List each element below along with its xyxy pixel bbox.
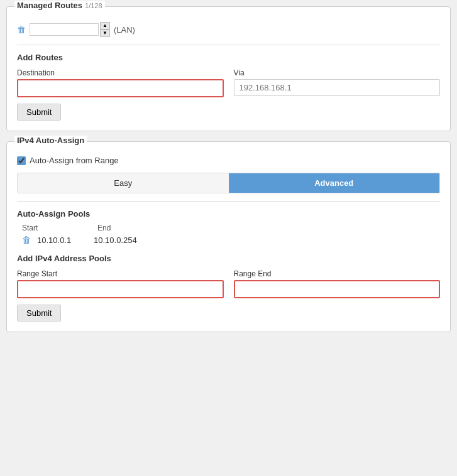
add-routes-submit-button[interactable]: Submit	[17, 104, 61, 121]
pool-table: Start End 🗑 10.10.0.1 10.10.0.254	[22, 224, 440, 245]
destination-input[interactable]: 10.10.0.0/24	[17, 79, 224, 97]
auto-assign-checkbox[interactable]	[17, 156, 26, 165]
pools-header: Auto-Assign Pools	[17, 209, 440, 219]
spinner-up[interactable]: ▲	[100, 22, 110, 30]
route-row: 🗑 10.10.0.0/24 ▲ ▼ (LAN)	[17, 22, 440, 37]
route-ip-spinner[interactable]: 10.10.0.0/24 ▲ ▼	[30, 22, 110, 37]
range-end-input[interactable]: 10.10.0.254	[234, 280, 441, 298]
delete-route-icon[interactable]: 🗑	[17, 24, 26, 35]
add-pools-label: Add IPv4 Address Pools	[17, 254, 440, 263]
via-group: Via	[234, 68, 441, 97]
spinner-down[interactable]: ▼	[100, 30, 110, 37]
ipv4-auto-assign-title: IPv4 Auto-Assign	[14, 136, 87, 145]
range-start-input[interactable]: 10.10.0.1	[17, 280, 224, 298]
via-input[interactable]	[234, 79, 441, 96]
lan-tag: (LAN)	[114, 25, 135, 35]
range-start-group: Range Start 10.10.0.1	[17, 269, 224, 298]
auto-assign-checkbox-label: Auto-Assign from Range	[30, 156, 119, 165]
add-routes-form: Destination 10.10.0.0/24 Via	[17, 68, 440, 97]
delete-pool-icon[interactable]: 🗑	[22, 235, 31, 245]
add-routes-label: Add Routes	[17, 53, 440, 62]
pool-start-ip: 10.10.0.1	[37, 235, 87, 245]
auto-assign-checkbox-row: Auto-Assign from Range	[17, 156, 440, 165]
tabs-row: Easy Advanced	[17, 173, 440, 193]
range-end-label: Range End	[234, 269, 441, 278]
destination-label: Destination	[17, 68, 224, 77]
route-ip-input[interactable]: 10.10.0.0/24	[30, 23, 99, 36]
pool-col-start: Start	[22, 224, 72, 232]
range-start-label: Range Start	[17, 269, 224, 278]
via-label: Via	[234, 68, 441, 77]
pool-table-row: 🗑 10.10.0.1 10.10.0.254	[22, 235, 440, 245]
divider-2	[17, 201, 440, 202]
pool-end-ip: 10.10.0.254	[94, 235, 144, 245]
add-pools-submit-button[interactable]: Submit	[17, 305, 61, 322]
ipv4-auto-assign-panel: IPv4 Auto-Assign Auto-Assign from Range …	[6, 141, 451, 332]
destination-group: Destination 10.10.0.0/24	[17, 68, 224, 97]
pool-table-header: Start End	[22, 224, 440, 232]
divider-1	[17, 45, 440, 45]
add-pools-form: Range Start 10.10.0.1 Range End 10.10.0.…	[17, 269, 440, 298]
managed-routes-title: Managed Routes1/128	[14, 1, 105, 10]
managed-routes-panel: Managed Routes1/128 🗑 10.10.0.0/24 ▲ ▼ (…	[6, 6, 451, 131]
pool-col-end: End	[97, 224, 148, 232]
range-end-group: Range End 10.10.0.254	[234, 269, 441, 298]
spinner-controls: ▲ ▼	[100, 22, 110, 37]
tab-advanced[interactable]: Advanced	[229, 173, 440, 193]
tab-easy[interactable]: Easy	[18, 173, 229, 193]
